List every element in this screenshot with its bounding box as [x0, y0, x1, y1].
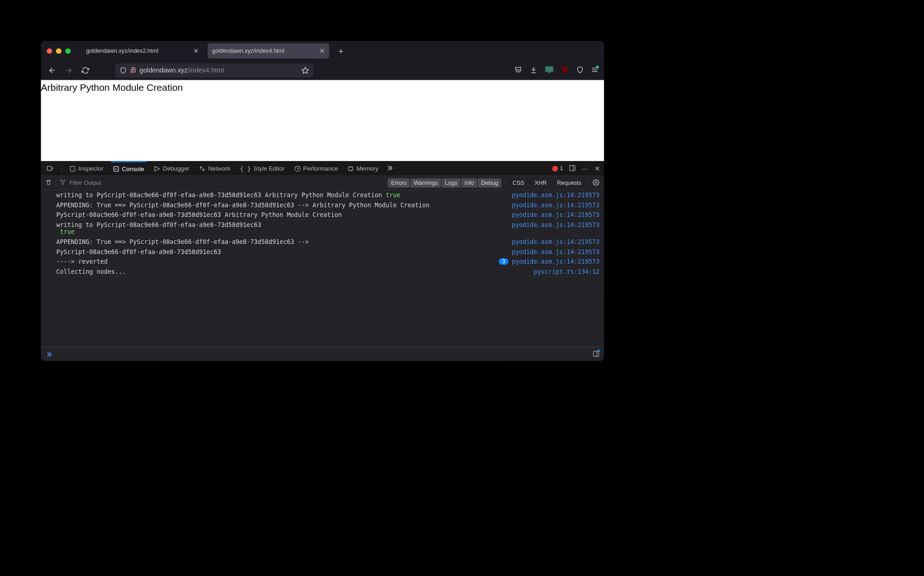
chip-requests[interactable]: Requests [554, 178, 584, 188]
message-text: APPENDING: True ==> PyScript-08ac9e66-df… [56, 201, 512, 208]
console-message: Collecting nodes...pyscript.ts:134:12 [41, 266, 604, 277]
error-count[interactable]: 1 [552, 165, 563, 172]
chip-css[interactable]: CSS [509, 178, 528, 188]
toolbar: goldendawn.xyz/index4.html [41, 61, 604, 80]
chip-logs[interactable]: Logs [442, 178, 461, 188]
tab-title: goldendawn.xyz/index4.html [212, 48, 285, 55]
message-text: APPENDING: True ==> PyScript-08ac9e66-df… [56, 238, 512, 245]
back-button[interactable] [47, 66, 58, 74]
repeat-count-badge: 3 [499, 258, 508, 265]
new-tab-button[interactable]: ＋ [337, 45, 345, 56]
tab-performance[interactable]: Performance [292, 161, 340, 176]
minimize-window-button[interactable] [56, 48, 61, 54]
pocket-icon[interactable] [514, 66, 522, 75]
downloads-icon[interactable] [530, 66, 538, 75]
console-filter-bar: Filter Output Errors Warnings Logs Info … [41, 176, 604, 190]
svg-rect-5 [70, 166, 75, 171]
message-source-link[interactable]: pyodide.asm.js:14:219573 [512, 201, 600, 208]
svg-rect-4 [47, 166, 51, 170]
shield-icon [120, 67, 126, 74]
window-controls [47, 48, 71, 54]
tab-title: goldendawn.xyz/index2.html [86, 48, 159, 55]
clear-console-icon[interactable] [45, 179, 52, 187]
message-source-link[interactable]: pyscript.ts:134:12 [534, 268, 600, 275]
chip-warnings[interactable]: Warnings [411, 178, 441, 188]
error-dot-icon [552, 166, 558, 172]
forward-button[interactable] [63, 66, 74, 74]
tab-inspector[interactable]: Inspector [67, 161, 105, 176]
filter-funnel-icon[interactable] [60, 179, 66, 186]
svg-rect-3 [548, 72, 550, 73]
devtools-panel: Inspector Console Debugger Network { } S… [41, 161, 604, 361]
tab-style-editor[interactable]: { } Style Editor [238, 161, 286, 176]
screen-icon[interactable] [545, 66, 553, 74]
level-filter-chips: Errors Warnings Logs Info Debug [388, 178, 501, 188]
message-source-link[interactable]: pyodide.asm.js:14:219573 [512, 211, 600, 218]
bookmark-star-icon[interactable] [302, 66, 309, 74]
message-text: PyScript-08ac9e66-df0f-efaa-a9e8-73d58d9… [56, 248, 512, 255]
console-message: PyScript-08ac9e66-df0f-efaa-a9e8-73d58d9… [41, 210, 604, 220]
console-output[interactable]: writing to PyScript-08ac9e66-df0f-efaa-a… [41, 190, 604, 347]
tab-memory[interactable]: Memory [346, 161, 380, 176]
close-tab-icon[interactable]: ✕ [193, 47, 199, 55]
message-source-link[interactable]: pyodide.asm.js:14:219573 [512, 191, 600, 198]
console-message: APPENDING: True ==> PyScript-08ac9e66-df… [41, 237, 604, 247]
tab-bar: goldendawn.xyz/index2.html ✕ goldendawn.… [41, 41, 604, 61]
page-content: Arbitrary Python Module Creation [41, 80, 604, 161]
chip-xhr[interactable]: XHR [531, 178, 550, 188]
message-text: writing to PyScript-08ac9e66-df0f-efaa-a… [56, 191, 512, 198]
maximize-window-button[interactable] [65, 48, 71, 54]
console-message: ----> reverted3pyodide.asm.js:14:219573 [41, 257, 604, 267]
message-source-link[interactable]: pyodide.asm.js:14:219573 [512, 248, 600, 255]
message-text: Collecting nodes... [56, 268, 534, 275]
svg-marker-1 [302, 67, 308, 73]
toolbar-actions [514, 66, 598, 75]
console-input-line[interactable] [41, 347, 604, 361]
message-text: ----> reverted [56, 258, 499, 265]
console-message: PyScript-08ac9e66-df0f-efaa-a9e8-73d58d9… [41, 247, 604, 257]
console-message: APPENDING: True ==> PyScript-08ac9e66-df… [41, 200, 604, 210]
close-devtools-icon[interactable]: ✕ [594, 164, 600, 172]
chip-info[interactable]: Info [461, 178, 477, 188]
svg-rect-7 [349, 167, 353, 170]
url-text: goldendawn.xyz/index4.html [139, 66, 224, 74]
responsive-design-icon[interactable] [45, 161, 56, 176]
reload-button[interactable] [80, 66, 91, 74]
message-source-link[interactable]: pyodide.asm.js:14:219573 [512, 238, 600, 245]
message-source-link[interactable]: pyodide.asm.js:14:219573 [512, 258, 600, 265]
message-text: PyScript-08ac9e66-df0f-efaa-a9e8-73d58d9… [56, 211, 512, 218]
message-source-link[interactable]: pyodide.asm.js:14:219573 [512, 221, 600, 228]
message-text: writing to PyScript-08ac9e66-df0f-efaa-a… [56, 221, 512, 235]
hamburger-menu-icon[interactable] [591, 66, 598, 74]
svg-rect-0 [131, 70, 135, 72]
svg-rect-8 [570, 165, 575, 171]
tab-console[interactable]: Console [111, 161, 146, 176]
ublock-icon[interactable] [561, 66, 569, 75]
devtools-overflow-icon[interactable] [386, 164, 393, 172]
split-console-icon[interactable] [569, 164, 576, 172]
tab-network[interactable]: Network [197, 161, 232, 176]
svg-rect-2 [545, 66, 553, 72]
tab-active[interactable]: goldendawn.xyz/index4.html ✕ [208, 43, 329, 59]
chip-debug[interactable]: Debug [478, 178, 501, 188]
extension-shield-icon[interactable] [577, 66, 583, 75]
editor-toggle-icon[interactable] [593, 350, 600, 358]
console-message: writing to PyScript-08ac9e66-df0f-efaa-a… [41, 190, 604, 200]
devtools-tabbar: Inspector Console Debugger Network { } S… [41, 161, 604, 176]
close-window-button[interactable] [47, 48, 52, 54]
filter-input[interactable]: Filter Output [69, 180, 384, 187]
browser-window: goldendawn.xyz/index2.html ✕ goldendawn.… [41, 41, 604, 361]
insecure-lock-icon [130, 66, 136, 74]
svg-point-9 [595, 182, 597, 183]
tab-debugger[interactable]: Debugger [152, 161, 191, 176]
close-tab-icon[interactable]: ✕ [319, 47, 325, 55]
tab-inactive[interactable]: goldendawn.xyz/index2.html ✕ [82, 43, 203, 59]
chip-errors[interactable]: Errors [388, 178, 410, 188]
console-settings-icon[interactable] [593, 179, 600, 187]
kebab-menu-icon[interactable]: ⋯ [582, 164, 588, 172]
page-heading: Arbitrary Python Module Creation [41, 82, 604, 93]
console-message: writing to PyScript-08ac9e66-df0f-efaa-a… [41, 220, 604, 237]
address-bar[interactable]: goldendawn.xyz/index4.html [115, 63, 314, 78]
